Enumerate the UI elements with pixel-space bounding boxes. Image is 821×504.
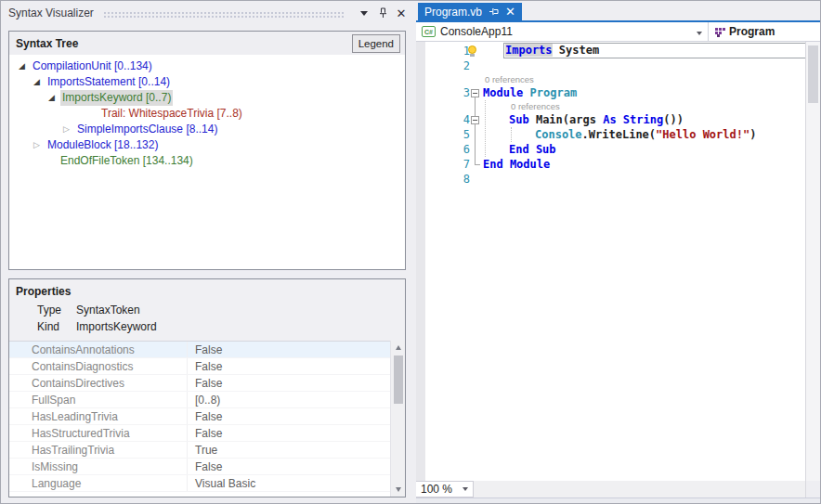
property-row[interactable]: IsMissingFalse [9,459,390,475]
property-value: False [188,460,222,473]
syntax-tree-title: Syntax Tree [16,37,78,50]
indicator-margin[interactable] [416,42,425,481]
tree-node[interactable]: ◢ImportsStatement [0..14) [9,74,405,90]
line-number: 7 [438,157,470,172]
vs-window: Syntax Visualizer ✕ Syntax Tree Legend ◢… [0,0,821,504]
property-value: False [188,360,222,373]
tree-node[interactable]: EndOfFileToken [134..134) [9,153,405,169]
editor-vertical-scrollbar[interactable] [805,42,820,481]
code-line[interactable]: 4Sub Main(args As String()) [416,112,807,127]
property-row[interactable]: ContainsDiagnosticsFalse [9,358,390,375]
window-bottom-edge [416,498,820,503]
property-value: True [188,444,217,457]
lightbulb-icon[interactable] [468,45,477,57]
property-grid-scrollbar[interactable] [390,341,405,497]
code-token [617,113,623,126]
code-token: Imports [505,44,553,57]
expand-arrow-icon[interactable]: ▷ [33,137,46,153]
code-line[interactable]: 8 [416,172,807,187]
collapse-region-icon[interactable] [471,89,479,97]
property-row[interactable]: HasLeadingTriviaFalse [9,408,390,425]
expand-arrow-icon[interactable]: ▷ [63,122,75,137]
tab-pin-icon[interactable] [489,6,499,17]
property-row[interactable]: HasStructuredTriviaFalse [9,425,390,442]
code-token: "Hello World!" [656,128,749,141]
tab-close-icon[interactable]: ✕ [505,6,515,18]
property-name: HasLeadingTrivia [9,408,188,424]
tree-node[interactable]: ▷ModuleBlock [18..132) [9,137,405,153]
code-line[interactable]: 3Module Program [416,85,807,100]
property-row[interactable]: ContainsDirectivesFalse [9,375,390,392]
line-number: 6 [438,142,470,157]
scroll-down-icon[interactable] [391,483,406,497]
project-name: ConsoleApp11 [440,25,513,38]
pin-icon[interactable] [375,6,390,20]
code-line[interactable]: 6End Sub [416,142,807,157]
line-number: 1 [438,44,470,58]
zoom-dropdown[interactable]: 100 % [416,481,474,498]
syntax-tree[interactable]: ◢CompilationUnit [0..134)◢ImportsStateme… [9,56,405,269]
collapse-arrow-icon[interactable]: ◢ [19,58,31,74]
property-value: False [188,343,222,356]
codelens-references[interactable]: 0 references [511,100,560,112]
project-dropdown[interactable]: C# ConsoleApp11 [416,22,709,41]
code-line[interactable]: 2 [416,58,807,73]
tree-node[interactable]: ▷SimpleImportsClause [8..14) [9,122,405,137]
module-icon [714,27,724,37]
editor-horizontal-scrollbar[interactable] [474,481,805,498]
code-text: End Sub [509,142,556,157]
properties-title: Properties [9,279,405,302]
line-number: 8 [438,172,470,187]
tree-node-label: ImportsStatement [0..14) [46,74,172,90]
code-token: Sub [509,113,529,126]
chevron-down-icon [463,487,468,491]
syntax-visualizer-panel: Syntax Visualizer ✕ Syntax Tree Legend ◢… [1,1,416,503]
legend-button[interactable]: Legend [352,34,400,53]
property-name: ContainsAnnotations [9,342,188,357]
property-row[interactable]: LanguageVisual Basic [9,475,390,492]
tree-node[interactable]: ◢ImportsKeyword [0..7) [9,90,405,106]
property-value: False [188,410,222,423]
scrollbar-thumb[interactable] [808,45,818,103]
code-line[interactable]: 7End Module [416,157,807,172]
property-kind-row: Kind ImportsKeyword [9,318,405,335]
property-value: False [188,377,222,390]
tree-node[interactable]: Trail: WhitespaceTrivia [7..8) [9,106,405,122]
scroll-up-icon[interactable] [391,341,406,355]
code-token: End Module [483,158,550,171]
code-token: ) [749,128,756,141]
collapse-region-icon[interactable] [471,116,479,124]
code-editor[interactable]: 1Imports System20 references3Module Prog… [416,42,807,481]
code-text: End Module [483,157,550,172]
scrollbar-thumb[interactable] [394,355,403,404]
collapse-arrow-icon[interactable]: ◢ [33,74,46,90]
code-token: String [623,113,663,126]
member-dropdown[interactable]: Program [709,22,820,41]
code-token: Module [483,86,523,99]
window-position-menu-icon[interactable] [357,6,371,20]
tool-window-title: Syntax Visualizer [8,6,94,19]
close-icon[interactable]: ✕ [394,6,409,20]
property-grid: ContainsAnnotationsFalseContainsDiagnost… [9,341,390,497]
tab-strip: Program.vb ✕ [416,1,820,20]
code-line[interactable]: 1Imports System [416,44,807,58]
property-row[interactable]: FullSpan[0..8) [9,392,390,408]
line-number: 5 [438,127,470,142]
codelens-references[interactable]: 0 references [485,73,534,85]
tree-node[interactable]: ◢CompilationUnit [0..134) [9,58,405,74]
tab-program-vb[interactable]: Program.vb ✕ [418,3,522,20]
type-value: SyntaxToken [76,304,140,317]
property-row[interactable]: ContainsAnnotationsFalse [9,342,390,358]
code-token [523,86,529,99]
property-name: ContainsDiagnostics [9,358,188,374]
code-token: Program [530,86,578,99]
property-name: ContainsDirectives [9,375,188,391]
property-name: Language [9,475,188,491]
kind-label: Kind [37,320,76,333]
tool-window-titlebar[interactable]: Syntax Visualizer ✕ [1,1,416,25]
code-line[interactable]: 5Console.WriteLine("Hello World!") [416,127,807,142]
member-name: Program [729,25,775,38]
property-row[interactable]: HasTrailingTriviaTrue [9,442,390,459]
collapse-arrow-icon[interactable]: ◢ [48,90,60,106]
tree-node-label: ImportsKeyword [0..7) [60,90,173,106]
